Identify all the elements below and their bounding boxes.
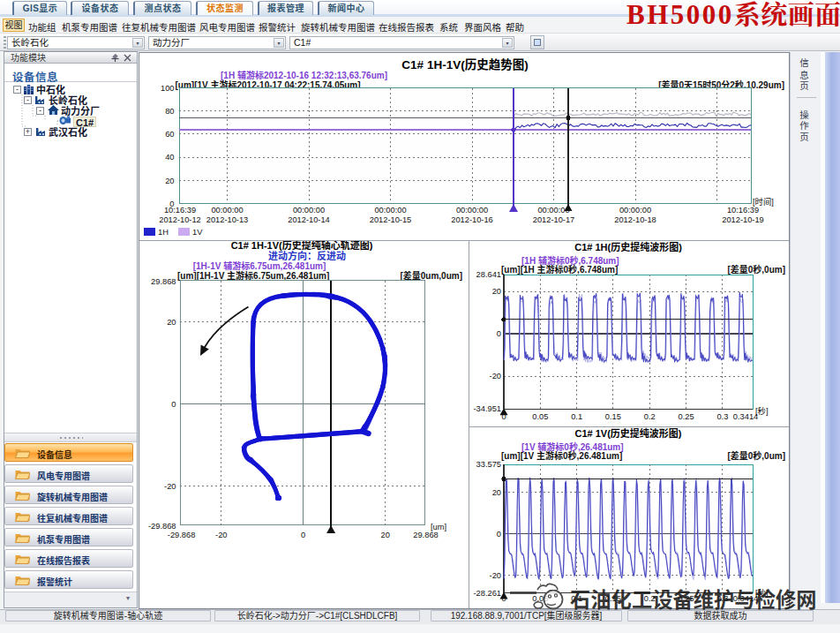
svg-text:C1# 1H-1V(历史提纯轴心轨迹图): C1# 1H-1V(历史提纯轴心轨迹图) (231, 241, 373, 251)
svg-text:28.641: 28.641 (476, 270, 501, 279)
svg-text:00:00:00: 00:00:00 (456, 206, 488, 215)
svg-text:10:16:39: 10:16:39 (727, 206, 759, 215)
svg-text:20: 20 (381, 531, 390, 539)
svg-text:29.868: 29.868 (413, 531, 438, 539)
svg-text:[um][1H-1V 主游标6.75um,26.481um]: [um][1H-1V 主游标6.75um,26.481um] (177, 270, 329, 281)
svg-text:1H: 1H (158, 228, 169, 237)
svg-text:0.15: 0.15 (605, 412, 621, 421)
svg-text:00:00:00: 00:00:00 (374, 206, 406, 215)
svg-text:C1# 1H-1V(历史趋势图): C1# 1H-1V(历史趋势图) (401, 58, 528, 72)
svg-text:2012-10-12: 2012-10-12 (159, 215, 201, 224)
svg-text:[1V 辅游标0秒,26.481um]: [1V 辅游标0秒,26.481um] (521, 441, 624, 452)
svg-text:[um][1V 主游标0秒,26.481um]: [um][1V 主游标0秒,26.481um] (501, 450, 622, 461)
svg-text:[秒]: [秒] (755, 406, 768, 416)
svg-text:0.3: 0.3 (716, 412, 728, 421)
svg-text:-20: -20 (490, 571, 501, 580)
svg-text:2012-10-13: 2012-10-13 (206, 215, 249, 224)
svg-text:0.05: 0.05 (532, 412, 548, 421)
svg-text:[um]: [um] (431, 523, 446, 531)
svg-text:[差量0秒,0um]: [差量0秒,0um] (727, 450, 785, 461)
svg-text:[um][1H 主游标0秒,6.748um]: [um][1H 主游标0秒,6.748um] (501, 264, 618, 275)
svg-text:60: 60 (165, 130, 174, 139)
svg-text:2012-10-14: 2012-10-14 (288, 215, 330, 224)
svg-text:[差量0秒,0um]: [差量0秒,0um] (727, 264, 785, 275)
svg-text:1V: 1V (192, 228, 203, 237)
svg-text:[1H-1V 辅游标6.75um,26.481um]: [1H-1V 辅游标6.75um,26.481um] (193, 260, 326, 271)
svg-text:20: 20 (492, 287, 501, 296)
svg-text:[1H 辅游标2012-10-16 12:32:13,63.: [1H 辅游标2012-10-16 12:32:13,63.76um] (221, 70, 387, 80)
svg-text:-34.951: -34.951 (473, 404, 501, 413)
svg-text:0: 0 (497, 530, 501, 539)
svg-text:-20: -20 (215, 531, 227, 539)
svg-text:[时间]: [时间] (753, 197, 774, 207)
svg-text:进动方向：反进动: 进动方向：反进动 (268, 250, 346, 261)
svg-text:0: 0 (301, 531, 305, 539)
svg-text:[1H 辅游标0秒,6.748um]: [1H 辅游标0秒,6.748um] (521, 255, 619, 266)
svg-text:20: 20 (492, 488, 501, 497)
svg-text:0.1: 0.1 (571, 412, 582, 421)
svg-text:20: 20 (167, 318, 176, 327)
svg-text:0.3414: 0.3414 (733, 412, 758, 421)
svg-text:0.25: 0.25 (679, 412, 694, 421)
svg-text:0: 0 (501, 594, 506, 603)
svg-text:29.868: 29.868 (151, 277, 176, 286)
svg-text:0: 0 (171, 400, 176, 409)
svg-text:2012-10-15: 2012-10-15 (370, 215, 412, 224)
svg-text:33.575: 33.575 (476, 460, 501, 469)
svg-text:00:00:00: 00:00:00 (537, 206, 569, 215)
svg-text:2012-10-17: 2012-10-17 (533, 215, 575, 224)
svg-text:-28.261: -28.261 (473, 589, 501, 598)
svg-text:-29.868: -29.868 (168, 531, 196, 539)
svg-text:00:00:00: 00:00:00 (293, 206, 325, 215)
svg-text:100: 100 (161, 84, 175, 93)
svg-text:2012-10-18: 2012-10-18 (614, 215, 656, 224)
svg-text:10:16:39: 10:16:39 (164, 206, 196, 215)
svg-text:C1# 1V(历史提纯波形图): C1# 1V(历史提纯波形图) (574, 427, 681, 439)
svg-text:[差量0um,0um]: [差量0um,0um] (400, 270, 462, 281)
svg-text:2012-10-16: 2012-10-16 (451, 215, 493, 224)
svg-text:00:00:00: 00:00:00 (211, 206, 243, 215)
svg-text:2012-10-19: 2012-10-19 (722, 215, 764, 224)
svg-text:0: 0 (501, 412, 506, 421)
svg-text:-29.868: -29.868 (148, 522, 176, 531)
svg-text:C1# 1H(历史提纯波形图): C1# 1H(历史提纯波形图) (574, 241, 682, 252)
svg-text:00:00:00: 00:00:00 (619, 206, 651, 215)
svg-text:40: 40 (165, 153, 174, 162)
svg-text:-20: -20 (164, 482, 176, 491)
svg-text:20: 20 (165, 177, 174, 185)
svg-text:0: 0 (497, 329, 501, 338)
svg-text:80: 80 (165, 107, 174, 116)
svg-text:0.2: 0.2 (644, 412, 656, 421)
svg-text:-20: -20 (490, 372, 501, 381)
